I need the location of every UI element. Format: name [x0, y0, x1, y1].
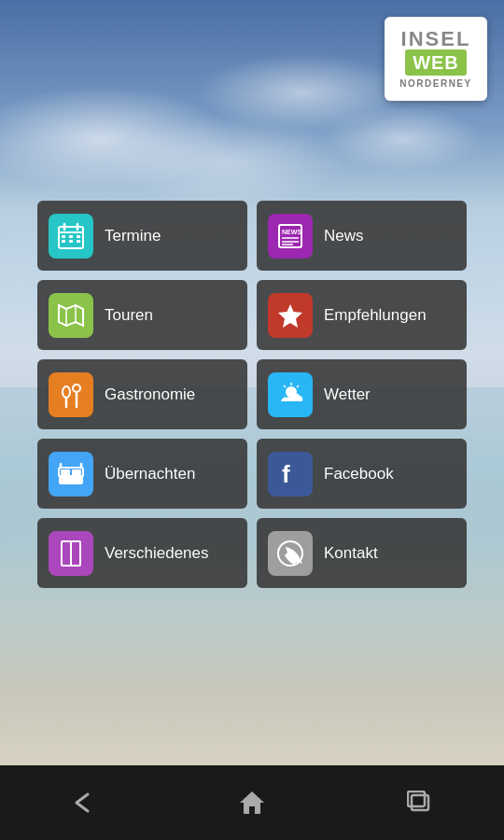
touren-label: Touren — [105, 306, 153, 325]
home-button[interactable] — [224, 784, 280, 821]
tile-news[interactable]: NEWS News — [257, 201, 467, 271]
uebernachten-icon — [49, 452, 93, 497]
logo-insel: INSEL — [401, 29, 471, 49]
back-button[interactable] — [56, 784, 112, 821]
home-icon — [238, 790, 266, 816]
gastronomie-icon — [49, 372, 93, 417]
svg-rect-4 — [62, 235, 65, 238]
facebook-label: Facebook — [324, 465, 394, 483]
tile-termine[interactable]: Termine — [37, 201, 247, 271]
nav-bar — [0, 765, 504, 840]
kontakt-icon — [268, 531, 313, 576]
news-icon: NEWS — [268, 214, 313, 259]
svg-line-25 — [284, 385, 286, 387]
recents-icon — [407, 791, 433, 815]
svg-text:NEWS: NEWS — [282, 229, 301, 235]
empfehlungen-label: Empfehlungen — [324, 306, 427, 325]
tile-gastronomie[interactable]: Gastronomie — [37, 359, 247, 429]
svg-marker-17 — [278, 304, 302, 328]
uebernachten-label: Übernachten — [105, 465, 195, 483]
wetter-icon — [268, 372, 313, 417]
svg-rect-29 — [72, 469, 81, 475]
svg-rect-34 — [71, 541, 80, 566]
svg-rect-9 — [77, 240, 80, 243]
tile-wetter[interactable]: Wetter — [257, 359, 467, 429]
svg-rect-33 — [62, 541, 71, 566]
back-icon — [71, 791, 97, 814]
svg-rect-5 — [69, 235, 73, 238]
logo: INSEL WEB NORDERNEY — [385, 17, 487, 101]
tile-uebernachten[interactable]: Übernachten — [37, 439, 247, 509]
facebook-icon: f — [268, 452, 313, 497]
svg-rect-28 — [61, 469, 70, 475]
svg-point-18 — [63, 386, 70, 398]
tile-empfehlungen[interactable]: Empfehlungen — [257, 280, 467, 350]
svg-rect-38 — [412, 795, 428, 810]
recents-button[interactable] — [392, 784, 448, 821]
wetter-label: Wetter — [324, 385, 371, 404]
verschiedenes-label: Verschiedenes — [105, 544, 209, 563]
termine-label: Termine — [105, 227, 161, 245]
termine-icon — [49, 214, 93, 259]
tile-touren[interactable]: Touren — [37, 280, 247, 350]
empfehlungen-icon — [268, 293, 313, 338]
tile-kontakt[interactable]: Kontakt — [257, 518, 467, 588]
tile-facebook[interactable]: f Facebook — [257, 439, 467, 509]
gastronomie-label: Gastronomie — [105, 385, 195, 404]
verschiedenes-icon — [49, 531, 93, 576]
svg-marker-37 — [240, 791, 264, 814]
svg-rect-7 — [62, 240, 65, 243]
main-grid: Termine NEWS News Touren Empfehlungen Ga… — [37, 201, 467, 588]
logo-web: WEB — [405, 49, 467, 76]
logo-norderney: NORDERNEY — [399, 78, 471, 89]
tile-verschiedenes[interactable]: Verschiedenes — [37, 518, 247, 588]
kontakt-label: Kontakt — [324, 544, 378, 563]
svg-rect-39 — [408, 791, 425, 806]
svg-text:f: f — [282, 460, 290, 488]
svg-rect-8 — [69, 240, 73, 243]
touren-icon — [49, 293, 93, 338]
svg-rect-6 — [77, 235, 80, 238]
news-label: News — [324, 227, 364, 245]
svg-line-24 — [297, 385, 299, 387]
